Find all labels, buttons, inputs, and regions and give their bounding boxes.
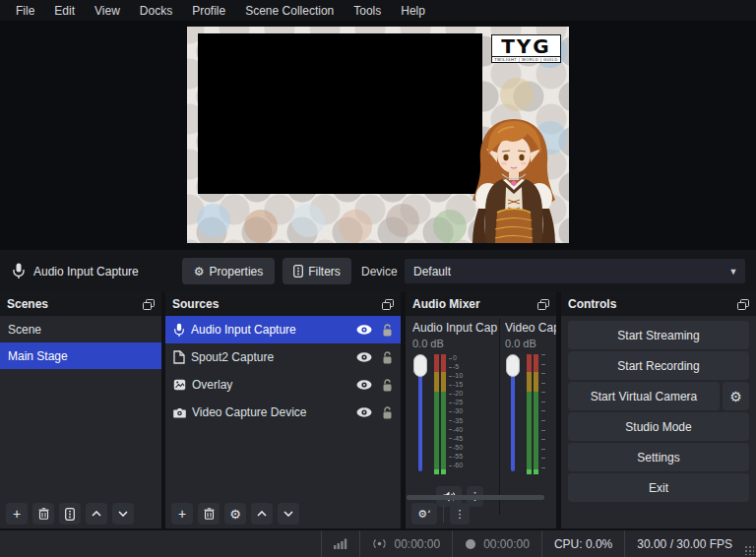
eye-visible-icon[interactable]	[356, 380, 372, 390]
scenes-title: Scenes	[7, 297, 48, 311]
start-streaming-button[interactable]: Start Streaming	[568, 321, 749, 349]
move-scene-down-button[interactable]	[112, 503, 134, 525]
sources-toolbar: + ⚙	[171, 503, 299, 525]
collage-avatar	[386, 204, 419, 237]
game-capture-source[interactable]	[198, 33, 482, 194]
unlock-icon[interactable]	[382, 379, 393, 392]
add-source-button[interactable]: +	[171, 503, 193, 525]
camera-icon	[173, 407, 186, 418]
trash-icon	[204, 508, 215, 520]
scene-item-main-stage[interactable]: Main Stage	[0, 342, 161, 369]
gear-icon: ⚙	[194, 265, 205, 278]
mixer-channel-name: Audio Input Cap	[412, 321, 501, 335]
collage-avatar	[244, 210, 278, 243]
menu-view[interactable]: View	[85, 4, 130, 18]
eye-visible-icon[interactable]	[356, 325, 372, 335]
unlock-icon[interactable]	[382, 406, 393, 419]
scene-filters-button[interactable]	[59, 503, 81, 525]
unlock-icon[interactable]	[382, 351, 393, 364]
broadcast-icon	[372, 538, 387, 549]
move-source-down-button[interactable]	[278, 503, 299, 525]
preview-canvas[interactable]: TYG TWILIGHT | WORLD | GUILD	[187, 27, 569, 243]
virtual-camera-settings-button[interactable]: ⚙	[723, 382, 749, 410]
cpu-usage-value: CPU: 0.0%	[554, 537, 612, 551]
popout-icon[interactable]	[537, 299, 549, 310]
scenes-header: Scenes	[0, 292, 161, 316]
volume-slider-handle[interactable]	[506, 354, 520, 377]
device-select[interactable]: Default ▼	[404, 258, 746, 284]
menu-docks[interactable]: Docks	[130, 4, 182, 18]
record-time: 00:00:00	[483, 537, 530, 551]
collage-avatar	[500, 78, 534, 111]
db-tick: -60	[449, 462, 463, 468]
remove-scene-button[interactable]	[32, 503, 54, 525]
mixer-meter-area: 0 -5 -10 -15 -20 -25 -30 -35 -40 -45 -50…	[412, 354, 501, 474]
volume-slider-handle[interactable]	[413, 354, 427, 377]
source-label: Audio Input Capture	[191, 323, 296, 337]
studio-mode-button[interactable]: Studio Mode	[568, 412, 749, 441]
source-row-audio-input-capture[interactable]: Audio Input Capture	[165, 316, 401, 343]
source-row-spout2-capture[interactable]: Spout2 Capture	[165, 343, 401, 371]
mixer-channel-video-capture: Video Capt 0.0 dB	[505, 321, 556, 474]
file-icon	[173, 350, 185, 364]
virtual-camera-row: Start Virtual Camera ⚙	[568, 382, 749, 410]
menu-file[interactable]: File	[6, 4, 44, 18]
properties-button-label: Properties	[210, 265, 264, 278]
fps-indicator: 30.00 / 30.00 FPS	[624, 530, 744, 557]
remove-source-button[interactable]	[198, 503, 220, 525]
eye-visible-icon[interactable]	[356, 352, 372, 362]
popout-icon[interactable]	[737, 299, 749, 310]
db-tick: -20	[449, 390, 463, 397]
popout-icon[interactable]	[382, 299, 394, 310]
filters-button[interactable]: Filters	[283, 258, 351, 284]
mixer-horizontal-scrollbar[interactable]	[407, 495, 544, 500]
db-tick: -35	[449, 417, 463, 424]
settings-button[interactable]: Settings	[568, 443, 749, 471]
properties-button[interactable]: ⚙ Properties	[182, 258, 275, 284]
db-tick: -40	[449, 426, 463, 433]
menu-profile[interactable]: Profile	[182, 4, 235, 18]
exit-button[interactable]: Exit	[568, 473, 749, 502]
source-row-video-capture-device[interactable]: Video Capture Device	[165, 399, 401, 426]
scene-item-scene[interactable]: Scene	[0, 316, 161, 342]
chevron-down-icon	[284, 511, 293, 517]
mixer-menu-button[interactable]: ⋮	[450, 503, 470, 525]
source-toolbar: Audio Input Capture ⚙ Properties Filters…	[0, 250, 756, 292]
menu-tools[interactable]: Tools	[344, 4, 391, 18]
vu-meter-bar-right	[534, 354, 538, 474]
status-bar: 00:00:00 00:00:00 CPU: 0.0% 30.00 / 30.0…	[0, 529, 756, 557]
mixer-channel-volume: 0.0 dB	[505, 338, 556, 349]
mixer-channel-name: Video Capt	[505, 321, 556, 335]
volume-slider[interactable]	[412, 354, 429, 474]
advanced-audio-properties-button[interactable]: ⚙ʻ	[411, 503, 437, 525]
popout-icon[interactable]	[143, 299, 155, 310]
signal-bars-icon	[334, 538, 347, 549]
filters-button-label: Filters	[308, 265, 341, 278]
vu-meter-bar-right	[441, 354, 446, 474]
controls-body: Start Streaming Start Recording Start Vi…	[561, 316, 756, 502]
menu-edit[interactable]: Edit	[44, 4, 85, 18]
volume-slider[interactable]	[505, 354, 522, 474]
move-source-up-button[interactable]	[251, 503, 273, 525]
source-properties-button[interactable]: ⚙	[224, 503, 246, 525]
vu-meter	[527, 354, 538, 474]
chevron-down-icon: ▼	[722, 259, 745, 283]
source-row-overlay[interactable]: Overlay	[165, 371, 401, 399]
add-scene-button[interactable]: +	[6, 503, 28, 525]
sources-header: Sources	[165, 292, 401, 316]
menu-help[interactable]: Help	[391, 4, 435, 18]
menu-scene-collection[interactable]: Scene Collection	[235, 4, 344, 18]
move-scene-up-button[interactable]	[86, 503, 107, 525]
resize-grip[interactable]	[744, 545, 754, 555]
unlock-icon[interactable]	[382, 324, 393, 337]
device-label: Device	[361, 265, 398, 278]
sources-title: Sources	[172, 297, 219, 311]
start-virtual-camera-button[interactable]: Start Virtual Camera	[568, 382, 720, 410]
eye-visible-icon[interactable]	[356, 407, 372, 417]
start-recording-button[interactable]: Start Recording	[568, 351, 749, 380]
vu-meter-bar-left	[527, 354, 532, 474]
connection-status	[321, 530, 359, 557]
db-tick: -15	[449, 381, 463, 388]
double-gear-icon: ⚙ʻ	[417, 508, 430, 521]
menu-bar: File Edit View Docks Profile Scene Colle…	[0, 0, 756, 21]
